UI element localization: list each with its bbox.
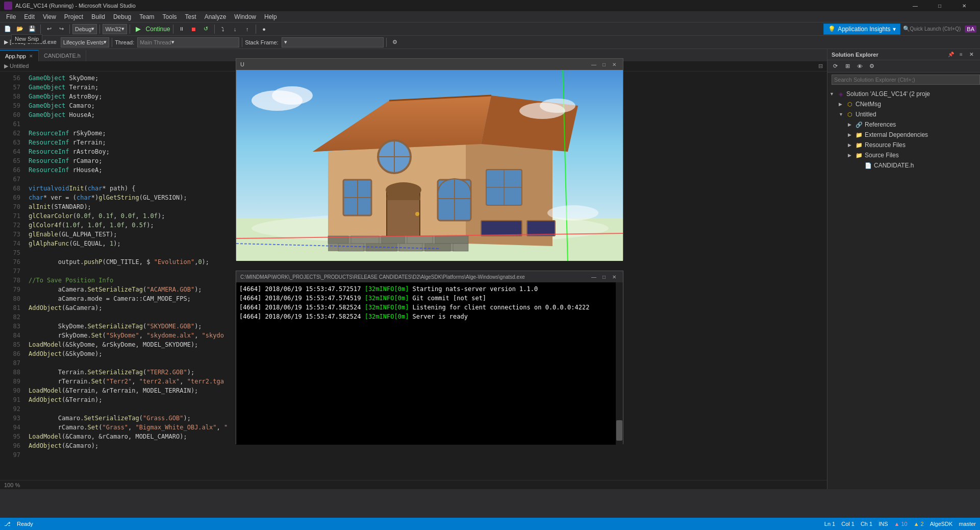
menu-analyze[interactable]: Analyze — [200, 12, 231, 21]
step-over-btn[interactable]: ⤵ — [217, 23, 229, 35]
console-scrollbar[interactable] — [616, 282, 623, 445]
viewport-canvas[interactable] — [236, 70, 623, 261]
console-close-btn[interactable]: ✕ — [610, 272, 619, 281]
config-dropdown[interactable]: Debug ▾ — [72, 24, 97, 34]
undo-btn[interactable]: ↩ — [43, 23, 55, 35]
ext-deps-arrow-icon: ▶ — [848, 132, 855, 137]
new-file-btn[interactable]: 📄 — [2, 23, 13, 35]
se-options-btn[interactable]: ≡ — [957, 50, 966, 59]
stack-frame-dropdown[interactable]: ▾ — [282, 37, 384, 47]
app-insights-button[interactable]: 💡 Application Insights ▾ — [823, 23, 900, 35]
debug-toolbar: ▶ [6012] Untitled.exe Lifecycle Events ▾… — [0, 36, 980, 49]
menu-tools[interactable]: Tools — [159, 12, 181, 21]
statusbar-col: Col 1 — [841, 521, 855, 527]
sep-d3 — [386, 38, 387, 47]
menu-test[interactable]: Test — [181, 12, 200, 21]
open-btn[interactable]: 📂 — [14, 23, 26, 35]
se-show-all-btn[interactable]: 👁 — [854, 61, 865, 72]
console-maximize-btn[interactable]: □ — [599, 272, 609, 281]
tree-untitled[interactable]: ▼ ⬡ Untitled — [827, 109, 980, 119]
search-launch[interactable]: 🔍 Quick Launch (Ctrl+Q) — [901, 23, 963, 35]
tree-solution[interactable]: ▼ ◈ Solution 'ALGE_VC14' (2 proje — [827, 89, 980, 99]
se-props-btn[interactable]: ⊞ — [842, 61, 853, 72]
statusbar-right: Ln 1 Col 1 Ch 1 INS ▲ 10 ▲ 2 AlgeSDK mas… — [824, 521, 976, 527]
sep6 — [214, 25, 215, 34]
thread-dropdown[interactable]: Main Thread ▾ — [137, 37, 239, 47]
line-num-72: 72 — [2, 221, 20, 230]
se-search-input[interactable] — [832, 75, 980, 85]
se-close-btn[interactable]: ✕ — [967, 50, 976, 59]
se-pin-btn[interactable]: 📌 — [946, 50, 956, 59]
app-insights-label: Application Insights — [838, 26, 890, 33]
tab-app-hpp-close[interactable]: ✕ — [29, 54, 33, 59]
start-btn[interactable]: ▶ — [133, 23, 144, 35]
save-btn[interactable]: 💾 — [27, 23, 38, 35]
breakpoint-btn[interactable]: ● — [259, 23, 270, 35]
platform-dropdown[interactable]: Win32 ▾ — [103, 24, 127, 34]
menu-file[interactable]: File — [2, 12, 20, 21]
line-num-75: 75 — [2, 248, 20, 257]
console-title: C:\MINDMAP\WORK\_PROJECTS\_PRODUCTS\RELE… — [240, 274, 525, 280]
statusbar-ins: INS — [878, 521, 888, 527]
pause-btn[interactable]: ⏸ — [176, 23, 187, 35]
viewport-close-btn[interactable]: ✕ — [610, 60, 619, 69]
menu-team[interactable]: Team — [135, 12, 158, 21]
menu-edit[interactable]: Edit — [20, 12, 39, 21]
user-icon-btn[interactable]: BA — [963, 23, 978, 35]
line-num-92: 92 — [2, 404, 20, 414]
console-minimize-btn[interactable]: — — [589, 272, 598, 281]
menu-project[interactable]: Project — [60, 12, 87, 21]
se-sync-btn[interactable]: ⟳ — [830, 61, 841, 72]
tree-source-files[interactable]: ▶ 📁 Source Files — [827, 150, 980, 160]
user-avatar: BA — [965, 26, 976, 33]
tree-references[interactable]: ▶ 🔗 References — [827, 119, 980, 130]
stop-btn[interactable]: ⏹ — [188, 23, 199, 35]
titlebar-controls: — □ ✕ — [903, 0, 976, 11]
tree-external-deps[interactable]: ▶ 📁 External Dependencies — [827, 130, 980, 140]
line-num-89: 89 — [2, 377, 20, 386]
viewport-maximize-btn[interactable]: □ — [599, 60, 609, 69]
se-filter-btn[interactable]: ⚙ — [866, 61, 877, 72]
close-button[interactable]: ✕ — [952, 0, 976, 11]
menu-window[interactable]: Window — [230, 12, 260, 21]
tab-candidate-h-label: CANDIDATE.h — [44, 53, 81, 59]
lightbulb-icon: 💡 — [828, 26, 836, 33]
line-num-78: 78 — [2, 276, 20, 285]
menu-help[interactable]: Help — [260, 12, 281, 21]
statusbar-ln: Ln 1 — [824, 521, 835, 527]
resource-files-icon: 📁 — [855, 141, 863, 149]
lifecycle-dropdown[interactable]: Lifecycle Events ▾ — [61, 37, 109, 47]
tab-app-hpp[interactable]: App.hpp ✕ — [0, 50, 39, 61]
menu-debug[interactable]: Debug — [109, 12, 135, 21]
minimize-button[interactable]: — — [903, 0, 927, 11]
console-output: [4664] 2018/06/19 15:53:47.572517 [32mIN… — [236, 282, 616, 445]
step-into-btn[interactable]: ↓ — [230, 23, 241, 35]
line-num-61: 61 — [2, 119, 20, 129]
line-num-56: 56 — [2, 74, 20, 83]
line-num-73: 73 — [2, 230, 20, 239]
candidate-h-icon: 📄 — [864, 161, 872, 170]
console-window: C:\MINDMAP\WORK\_PROJECTS\_PRODUCTS\RELE… — [236, 271, 623, 444]
menu-build[interactable]: Build — [87, 12, 109, 21]
platform-label: Win32 — [105, 26, 121, 32]
titlebar: ALGE_VC14 (Running) - Microsoft Visual S… — [0, 0, 980, 11]
split-view-btn[interactable]: ⊟ — [818, 63, 823, 69]
tree-candidate-h[interactable]: 📄 CANDIDATE.h — [827, 160, 980, 171]
step-out-btn[interactable]: ↑ — [242, 23, 253, 35]
line-num-71: 71 — [2, 211, 20, 221]
sep2 — [69, 25, 70, 34]
viewport-minimize-btn[interactable]: — — [589, 60, 598, 69]
filter-btn[interactable]: ⚙ — [389, 37, 400, 48]
tab-candidate-h[interactable]: CANDIDATE.h — [39, 50, 86, 61]
tree-resource-files[interactable]: ▶ 📁 Resource Files — [827, 140, 980, 150]
maximize-button[interactable]: □ — [928, 0, 951, 11]
line-num-63: 63 — [2, 138, 20, 147]
solution-icon: ◈ — [837, 90, 845, 98]
continue-label: Continue — [146, 26, 170, 33]
search-icon: 🔍 — [903, 26, 910, 32]
sep4 — [130, 25, 130, 34]
restart-btn[interactable]: ↺ — [200, 23, 212, 35]
menu-view[interactable]: View — [39, 12, 60, 21]
redo-btn[interactable]: ↪ — [56, 23, 67, 35]
tree-cnetmsg[interactable]: ▶ ⬡ CNetMsg — [827, 99, 980, 109]
